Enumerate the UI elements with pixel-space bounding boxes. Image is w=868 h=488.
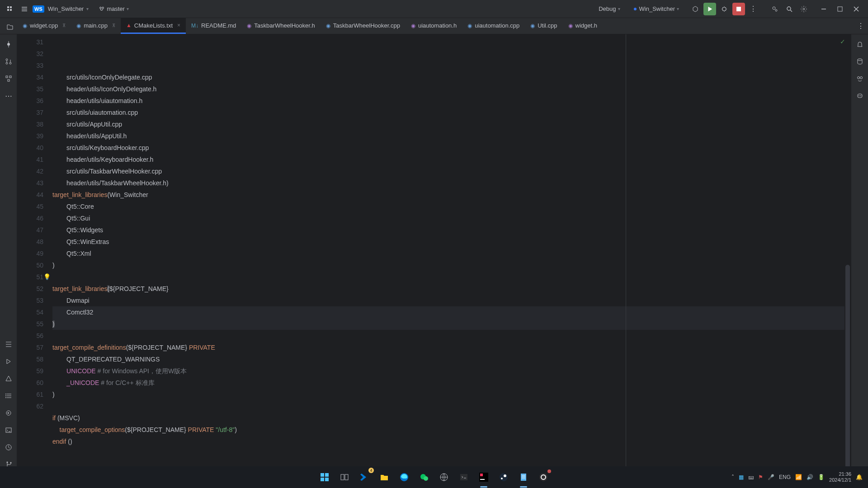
left-tool-strip: ⋯ xyxy=(0,34,17,474)
pin-icon[interactable]: ⊼ xyxy=(62,23,66,28)
structure-icon[interactable] xyxy=(2,72,15,85)
tab-uiautomation-h[interactable]: ◉uiautomation.h xyxy=(406,18,462,34)
event-log-icon[interactable] xyxy=(2,441,15,454)
tray-shield-icon[interactable]: ⚑ xyxy=(758,474,763,480)
tray-chevron-icon[interactable]: ˄ xyxy=(731,474,734,480)
code-line: if (MSVC) xyxy=(52,412,851,424)
chevron-down-icon[interactable]: ▾ xyxy=(86,6,89,11)
run-tool-icon[interactable] xyxy=(2,355,15,368)
start-icon[interactable] xyxy=(316,469,333,486)
globe-icon[interactable] xyxy=(435,469,453,486)
vs-icon[interactable]: 4 xyxy=(356,469,373,486)
file-icon: ◉ xyxy=(568,23,573,29)
tab-widget-cpp[interactable]: ◉widget.cpp⊼ xyxy=(17,18,71,34)
debug-selector[interactable]: Debug ▾ xyxy=(595,4,628,14)
minimize-button[interactable] xyxy=(816,3,832,15)
tab-CMakeLists-txt[interactable]: ▲CMakeLists.txt× xyxy=(121,18,186,34)
vertical-scrollbar[interactable] xyxy=(844,34,851,474)
problems-icon[interactable] xyxy=(2,372,15,385)
notifications-icon[interactable] xyxy=(854,38,866,51)
tab-label: TaskbarWheelHooker.cpp xyxy=(333,22,400,29)
code-area[interactable]: src/utils/IconOnlyDelegate.cpp header/ut… xyxy=(52,34,851,474)
tab-TaskbarWheelHooker-cpp[interactable]: ◉TaskbarWheelHooker.cpp xyxy=(321,18,406,34)
hamburger-icon[interactable] xyxy=(18,3,31,15)
chevron-down-icon: ▾ xyxy=(618,6,620,11)
list-icon[interactable] xyxy=(2,389,15,402)
battery-icon[interactable]: 🔋 xyxy=(818,474,825,480)
file-icon: ◉ xyxy=(76,23,81,29)
svg-point-47 xyxy=(500,473,508,481)
terminal-icon[interactable] xyxy=(2,424,15,436)
wifi-icon[interactable]: 📶 xyxy=(795,474,802,480)
tab-TaskbarWheelHooker-h[interactable]: ◉TaskbarWheelHooker.h xyxy=(241,18,320,34)
run-button[interactable] xyxy=(703,3,716,15)
settings-icon[interactable] xyxy=(797,3,810,15)
edge-icon[interactable] xyxy=(396,469,413,486)
svg-point-11 xyxy=(7,43,10,46)
project-tool-icon[interactable] xyxy=(4,21,16,33)
titlebar: WS Win_Switcher ▾ master ▾ Debug ▾ Win_S… xyxy=(0,0,868,18)
tray-mic-icon[interactable]: 🎤 xyxy=(768,474,774,480)
jetbrains-icon[interactable] xyxy=(475,469,492,486)
code-line: target_compile_definitions(${PROJECT_NAM… xyxy=(52,342,851,353)
svg-rect-46 xyxy=(480,479,485,480)
commit-icon[interactable] xyxy=(2,38,15,51)
file-icon: ◉ xyxy=(467,23,472,29)
tab-label: main.cpp xyxy=(84,22,108,29)
svg-rect-38 xyxy=(345,474,348,480)
pull-request-icon[interactable] xyxy=(2,55,15,68)
intention-bulb-icon[interactable]: 💡 xyxy=(43,271,51,283)
terminal-taskbar-icon[interactable] xyxy=(455,469,472,486)
editor-tabs: ◉widget.cpp⊼◉main.cpp⊼▲CMakeLists.txt×M↓… xyxy=(0,18,868,34)
ai-assistant-icon[interactable] xyxy=(854,72,866,85)
code-line: src/utils/KeyboardHooker.cpp xyxy=(52,142,851,154)
tab-README-md[interactable]: M↓README.md xyxy=(186,18,241,34)
tabs-more-icon[interactable]: ⋮ xyxy=(857,18,868,34)
volume-icon[interactable]: 🔊 xyxy=(807,474,813,480)
tab-widget-h[interactable]: ◉widget.h xyxy=(563,18,603,34)
copilot-icon[interactable] xyxy=(854,89,866,102)
svg-rect-17 xyxy=(8,80,9,81)
scrollbar-thumb[interactable] xyxy=(845,265,850,488)
obs-icon[interactable] xyxy=(535,469,552,486)
code-with-me-icon[interactable] xyxy=(769,3,781,15)
run-config-selector[interactable]: Win_Switcher ▾ xyxy=(630,4,687,14)
more-tools-icon[interactable]: ⋯ xyxy=(2,89,15,102)
maximize-button[interactable] xyxy=(832,3,848,15)
task-view-icon[interactable] xyxy=(336,469,353,486)
clock[interactable]: 21:36 2024/12/1 xyxy=(829,471,851,483)
tray-app-icon[interactable]: ▦ xyxy=(739,474,744,480)
close-button[interactable] xyxy=(848,3,864,15)
steam-icon[interactable] xyxy=(495,469,512,486)
tray-drive-icon[interactable]: 🖴 xyxy=(748,474,754,480)
main-menu-icon[interactable] xyxy=(4,3,16,15)
code-line: ) xyxy=(52,259,851,271)
code-line: Qt5::WinExtras xyxy=(52,236,851,248)
debug-icon[interactable] xyxy=(718,3,731,15)
notepad-icon[interactable] xyxy=(515,469,532,486)
svg-point-13 xyxy=(6,62,8,64)
svg-rect-33 xyxy=(321,473,324,477)
notification-bell-icon[interactable]: 🔔 xyxy=(856,474,863,480)
code-line: src/utils/uiautomation.cpp xyxy=(52,107,851,118)
tab-uiautomation-cpp[interactable]: ◉uiautomation.cpp xyxy=(462,18,525,34)
svg-point-28 xyxy=(857,77,859,79)
wechat-icon[interactable] xyxy=(415,469,433,486)
services-icon[interactable] xyxy=(2,407,15,419)
build-icon[interactable] xyxy=(689,3,702,15)
project-name[interactable]: Win_Switcher xyxy=(48,5,84,12)
search-icon[interactable] xyxy=(783,3,796,15)
input-language[interactable]: ENG xyxy=(779,474,791,480)
tab-main-cpp[interactable]: ◉main.cpp⊼ xyxy=(71,18,121,34)
svg-rect-15 xyxy=(6,76,8,78)
close-tab-icon[interactable]: × xyxy=(177,22,180,28)
database-icon[interactable] xyxy=(854,55,866,68)
todo-icon[interactable] xyxy=(2,338,15,351)
stop-button[interactable] xyxy=(732,3,745,15)
more-icon[interactable]: ⋮ xyxy=(747,3,760,15)
explorer-icon[interactable] xyxy=(376,469,393,486)
tab-Util-cpp[interactable]: ◉Util.cpp xyxy=(525,18,562,34)
git-branch-selector[interactable]: master ▾ xyxy=(99,5,133,12)
code-line: src/utils/AppUtil.cpp xyxy=(52,118,851,130)
pin-icon[interactable]: ⊼ xyxy=(112,23,115,28)
